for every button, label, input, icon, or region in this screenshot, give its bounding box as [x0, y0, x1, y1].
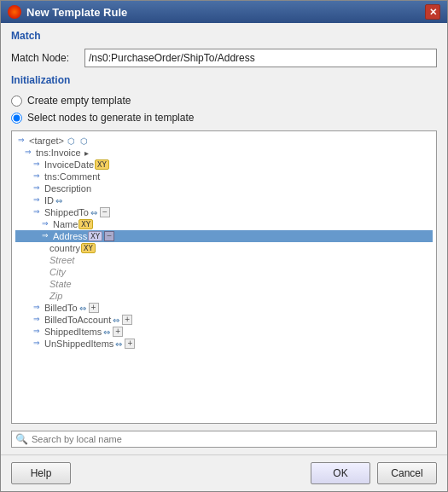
arrow6-icon: ⇔ [115, 339, 122, 349]
nav-icon: ⬡ [67, 136, 75, 146]
arrow-icon: ⇒ [33, 171, 44, 182]
tree-node[interactable]: ⇒ InvoiceDate XY [15, 159, 433, 171]
tree-node[interactable]: ⇒ Description [15, 182, 433, 194]
dialog-footer: Help OK Cancel [1, 454, 447, 491]
tree-node[interactable]: Zip [15, 290, 433, 302]
search-icon: 🔍 [15, 433, 28, 445]
match-row: Match Node: [11, 49, 437, 67]
footer-right: OK Cancel [311, 462, 437, 484]
arrow-icon: ⇒ [25, 148, 35, 158]
tree-node[interactable]: ⇒ tns:Comment [15, 171, 433, 182]
search-input[interactable] [32, 434, 433, 444]
select-nodes-label: Select nodes to generate in template [27, 112, 194, 124]
tree-node[interactable]: ⇒ Name XY [15, 218, 433, 230]
help-button[interactable]: Help [11, 462, 71, 484]
arrow-icon: ⇒ [33, 195, 44, 205]
cancel-button[interactable]: Cancel [377, 462, 437, 484]
select-nodes-radio-row: Select nodes to generate in template [11, 112, 437, 124]
tree-inner: ⇒ <target> ⬡ ⬡ ⇒ tns:Invoice ▸ [12, 131, 436, 353]
arrow2-icon: ⇔ [90, 208, 97, 217]
create-empty-radio[interactable] [11, 96, 22, 107]
arrow-icon: ⇒ [33, 339, 44, 349]
xy-icon: XY [95, 159, 109, 170]
arrow-icon: ⇒ [42, 231, 52, 241]
app-icon [8, 5, 21, 19]
id-icon: ⇔ [55, 196, 62, 205]
arrow3-icon: ⇔ [79, 304, 86, 313]
tree-node[interactable]: ⇒ ID ⇔ [15, 194, 433, 206]
match-section: Match Match Node: [11, 30, 437, 67]
arrow-icon: ⇒ [33, 207, 44, 217]
match-node-label: Match Node: [11, 52, 78, 64]
dialog-body: Match Match Node: Initialization Create … [1, 23, 447, 454]
create-empty-radio-row: Create empty template [11, 95, 437, 107]
nav-icon2: ⬡ [80, 136, 88, 146]
arrow-icon: ⇒ [42, 219, 52, 229]
arrow4-icon: ⇔ [113, 315, 119, 325]
tree-node[interactable]: country XY [15, 242, 433, 254]
arrow5-icon: ⇔ [103, 327, 110, 337]
ok-button[interactable]: OK [311, 462, 370, 484]
arrow-icon: ⇒ [33, 159, 44, 170]
arrow-icon: ⇒ [33, 327, 44, 337]
dialog-title: New Template Rule [26, 6, 127, 19]
tree-node[interactable]: Street [15, 254, 433, 266]
tree-node-address[interactable]: ⇒ Address XY − [15, 230, 433, 242]
create-empty-label: Create empty template [27, 95, 131, 107]
tree-node[interactable]: ⇒ ShippedTo ⇔ − [15, 206, 433, 218]
collapse-icon[interactable]: − [100, 207, 110, 217]
arrow-icon: ⇒ [33, 303, 44, 313]
tree-node[interactable]: ⇒ <target> ⬡ ⬡ [15, 135, 433, 147]
tree-node[interactable]: ⇒ UnShippedItems ⇔ + [15, 338, 433, 350]
expand-icon: ▸ [84, 148, 89, 158]
title-bar-left: New Template Rule [8, 5, 127, 19]
expand-icon[interactable]: + [125, 339, 135, 349]
arrow-icon: ⇒ [33, 315, 44, 325]
close-button[interactable]: ✕ [425, 4, 440, 20]
search-row: 🔍 [11, 431, 437, 448]
tree-node[interactable]: ⇒ tns:Invoice ▸ [15, 147, 433, 159]
tree-node[interactable]: City [15, 266, 433, 278]
initialization-label: Initialization [11, 74, 437, 86]
tree-node[interactable]: ⇒ ShippedItems ⇔ + [15, 326, 433, 338]
tree-node[interactable]: State [15, 278, 433, 290]
xy-icon: XY [81, 243, 96, 253]
arrow-icon: ⇒ [18, 136, 28, 146]
select-nodes-radio[interactable] [11, 113, 22, 124]
match-section-label: Match [11, 30, 437, 42]
expand-icon[interactable]: + [122, 315, 132, 325]
arrow-icon: ⇒ [33, 183, 44, 194]
xy-icon: XY [79, 219, 93, 229]
initialization-section: Initialization Create empty template Sel… [11, 74, 437, 124]
new-template-rule-dialog: New Template Rule ✕ Match Match Node: In… [0, 0, 448, 492]
collapse-icon[interactable]: − [104, 231, 114, 241]
expand-icon[interactable]: + [89, 303, 99, 313]
tree-node[interactable]: ⇒ BilledTo ⇔ + [15, 302, 433, 314]
expand-icon[interactable]: + [113, 327, 123, 337]
match-node-input[interactable] [84, 49, 437, 67]
tree-node[interactable]: ⇒ BilledToAccount ⇔ + [15, 314, 433, 326]
tree-container[interactable]: ⇒ <target> ⬡ ⬡ ⇒ tns:Invoice ▸ [11, 130, 437, 424]
xy-icon: XY [88, 231, 102, 241]
title-bar: New Template Rule ✕ [1, 1, 447, 23]
